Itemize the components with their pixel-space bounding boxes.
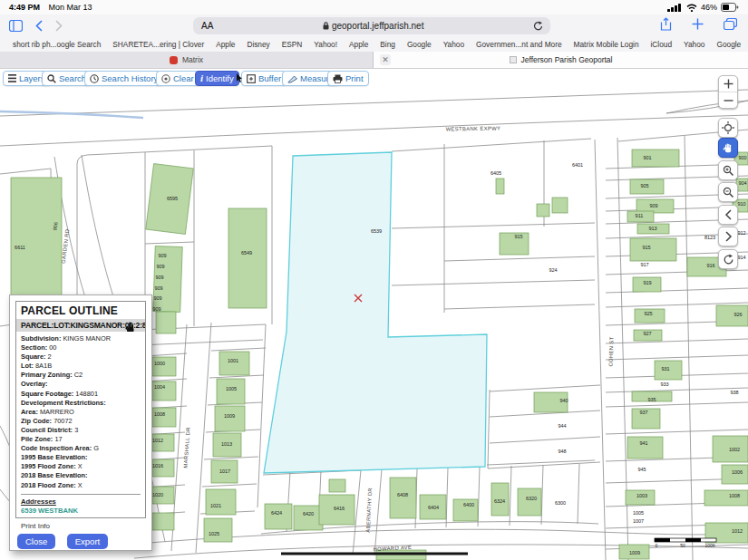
zoom-out-button[interactable] (719, 92, 737, 108)
parcel-fields: Subdivision: KINGS MANORSection: 00Squar… (21, 334, 141, 490)
parcel-line (392, 139, 591, 151)
hand-icon (723, 142, 734, 154)
parcel-line (488, 390, 490, 468)
parcel-line (606, 339, 748, 343)
parcel-label: 945 (637, 467, 646, 472)
parcel-line (595, 140, 606, 560)
bookmark-item[interactable]: Yahoo (684, 40, 704, 49)
parcel-line (490, 437, 600, 443)
clock-icon (90, 74, 99, 83)
back-icon[interactable] (35, 20, 43, 32)
bookmark-item[interactable]: Governmen...nt and More (476, 40, 562, 49)
pan-button[interactable] (718, 138, 738, 158)
refresh-extent-button[interactable] (718, 249, 738, 269)
lock-icon (323, 22, 329, 30)
building (630, 238, 676, 261)
close-button[interactable]: Close (17, 534, 55, 549)
refresh-icon (723, 254, 734, 266)
building (217, 379, 245, 404)
parcel-line (510, 466, 511, 526)
parcel-label: 6400 (463, 502, 474, 507)
bookmark-item[interactable]: Bing (380, 40, 395, 49)
building (228, 208, 267, 308)
export-button[interactable]: Export (67, 534, 108, 549)
building (716, 305, 748, 326)
reload-icon[interactable] (533, 21, 543, 32)
bookmark-item[interactable]: Matrix Mobile Login (574, 40, 639, 49)
parcel-label: 1020 (152, 492, 163, 497)
scale-label: 50 (680, 543, 685, 548)
tab-geoportal[interactable]: ✕ Jefferson Parish Geoportal (374, 52, 748, 68)
parcel-line (606, 270, 748, 275)
parcel-field-row: Square Footage: 148801 (21, 390, 141, 399)
parcel-label: 911 (636, 213, 644, 218)
wifi-icon (686, 4, 697, 12)
new-tab-icon[interactable] (692, 18, 704, 30)
street-label: WESTBANK EXPWY (446, 125, 501, 131)
bookmark-item[interactable]: Google (716, 40, 741, 49)
building (294, 506, 323, 530)
building (152, 513, 174, 530)
identify-button[interactable]: i Identify (195, 71, 239, 86)
tab-matrix[interactable]: Matrix (0, 52, 374, 68)
forward-icon[interactable] (55, 20, 63, 32)
buffer-button[interactable]: Buffer (241, 71, 287, 86)
next-extent-button[interactable] (718, 227, 738, 246)
zoom-in-box-button[interactable] (718, 160, 738, 180)
parcel-label: 917 (640, 262, 648, 267)
zoom-out-box-button[interactable] (718, 182, 738, 202)
parcel-label: 6408 (397, 492, 408, 497)
parcel-line (606, 288, 748, 293)
scale-bar-segment (655, 538, 670, 542)
time-label: 4:49 PM (9, 3, 40, 12)
parcel-id[interactable]: PARCEL:LOT:KINGSMANOR:00:2:8A (16, 319, 145, 332)
parcel-label: 905 (640, 183, 648, 188)
building (537, 204, 549, 217)
zoom-in-button[interactable] (719, 76, 737, 92)
building (11, 178, 62, 297)
bookmark-item[interactable]: Disney (247, 40, 269, 49)
building (206, 489, 236, 515)
parcel-label: 913 (648, 226, 656, 231)
parcel-label: 1009 (629, 550, 640, 555)
bookmark-item[interactable]: Yahoo! (314, 40, 337, 49)
reader-button[interactable]: AA (201, 21, 213, 31)
parcel-field-row: 2018 Base Elevation: (21, 471, 141, 480)
previous-extent-button[interactable] (718, 205, 738, 225)
print-info-link[interactable]: Print Info (21, 522, 151, 530)
parcel-label: 919 (643, 280, 651, 285)
bookmark-item[interactable]: iCloud (651, 40, 673, 49)
close-tab-icon[interactable]: ✕ (380, 54, 391, 65)
search-history-button[interactable]: Search History (84, 71, 163, 86)
chevron-left-icon (724, 209, 733, 220)
bookmark-item[interactable]: Apple (216, 40, 235, 49)
tab-bar: Matrix ✕ Jefferson Parish Geoportal (0, 52, 748, 69)
sidebar-icon[interactable] (9, 20, 23, 32)
address-link[interactable]: 6539 WESTBANK (21, 507, 141, 515)
bookmark-item[interactable]: Apple (349, 40, 368, 49)
parcel-label: 1025 (209, 531, 219, 536)
tabs-icon[interactable] (724, 18, 737, 30)
street-label: MARSHALL DR (182, 427, 190, 468)
parcel-label: 1004 (154, 384, 165, 390)
selected-parcel[interactable] (264, 152, 487, 473)
parcel-label: 1008 (729, 493, 740, 498)
divider (21, 494, 141, 495)
bookmark-item[interactable]: short rib ph...oogle Search (13, 40, 101, 49)
bookmark-item[interactable]: ESPN (282, 40, 303, 49)
parcel-field-row: Square: 2 (21, 352, 141, 362)
parcel-label: 910 (737, 201, 745, 207)
share-icon[interactable] (660, 17, 672, 31)
print-button[interactable]: Print (327, 71, 369, 86)
clear-button[interactable]: Clear (156, 71, 199, 86)
bookmark-item[interactable]: Google (407, 40, 432, 49)
parcel-label: 935 (647, 397, 656, 402)
address-bar[interactable]: AA geoportal.jeffparish.net (193, 17, 550, 34)
scale-label: 0 (656, 543, 658, 548)
bookmark-item[interactable]: Yahoo (443, 40, 464, 49)
parcel-line (145, 242, 194, 244)
building (704, 490, 748, 506)
bookmark-item[interactable]: SHARETEA...ering | Clover (112, 40, 204, 49)
parcel-label: 1008 (154, 411, 165, 417)
locate-button[interactable] (718, 118, 738, 138)
